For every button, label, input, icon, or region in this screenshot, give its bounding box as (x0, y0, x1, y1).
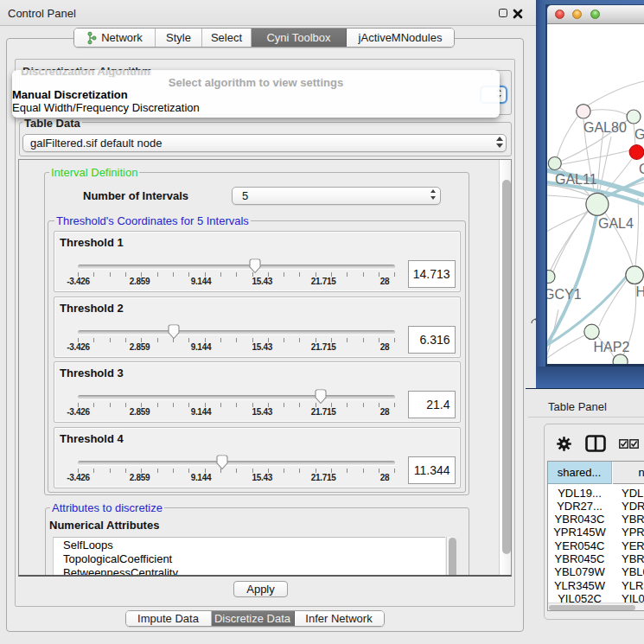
svg-text:GAL4: GAL4 (598, 216, 634, 231)
svg-text:CRZ1: CRZ1 (639, 162, 644, 176)
svg-text:GAL3: GAL3 (634, 127, 644, 142)
svg-text:HIS7: HIS7 (636, 284, 644, 299)
svg-text:GAL80: GAL80 (583, 120, 627, 135)
svg-text:GCY1: GCY1 (547, 287, 582, 302)
svg-text:HAP2: HAP2 (594, 340, 630, 354)
svg-text:GAL11: GAL11 (555, 172, 597, 187)
